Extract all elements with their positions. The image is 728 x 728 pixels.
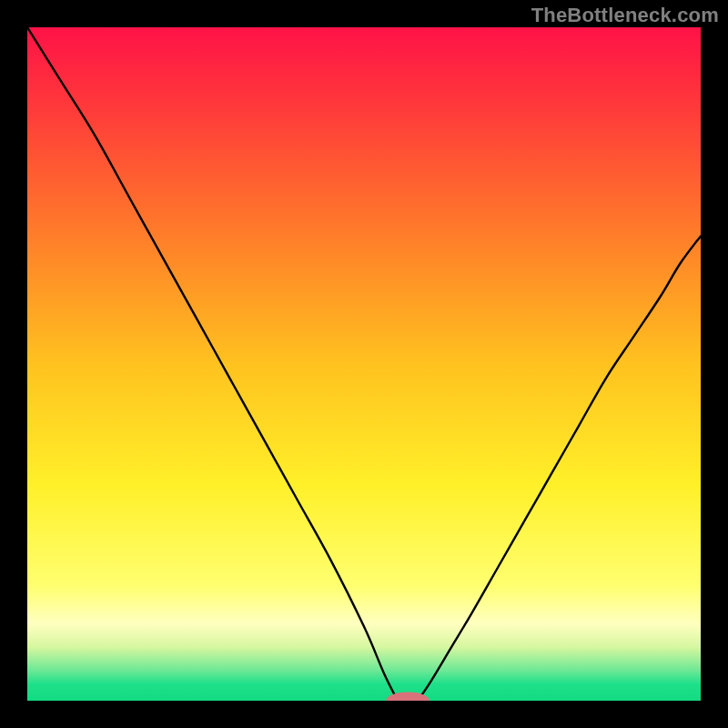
bottleneck-chart: [27, 27, 701, 701]
chart-frame: TheBottleneck.com: [0, 0, 728, 728]
gradient-background: [27, 27, 701, 701]
watermark-text: TheBottleneck.com: [531, 4, 719, 27]
